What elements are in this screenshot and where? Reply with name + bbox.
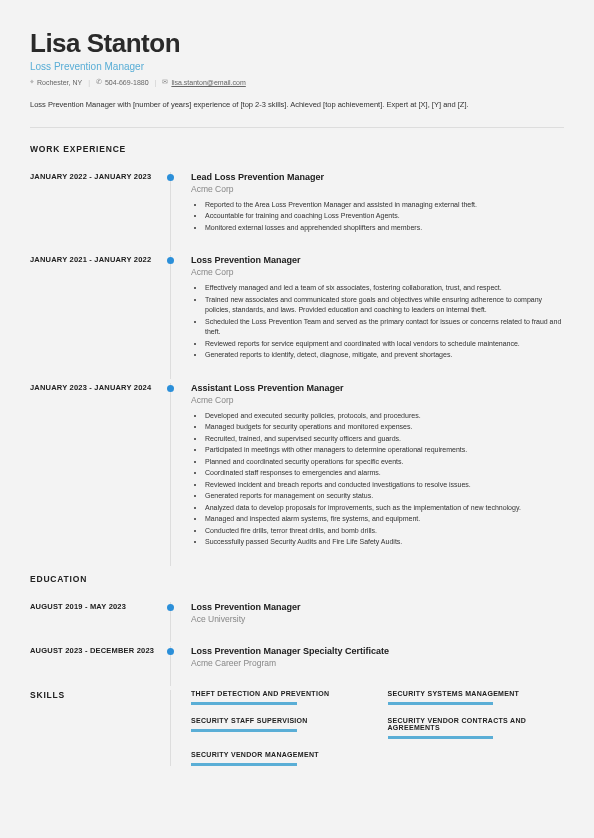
job-entry: Lead Loss Prevention Manager Acme Corp R…: [191, 172, 564, 234]
skill-item: SECURITY SYSTEMS MANAGEMENT: [388, 690, 565, 705]
job-bullets: Reported to the Area Loss Prevention Man…: [191, 200, 564, 234]
company-name: Acme Corp: [191, 395, 564, 405]
email-icon: ✉: [162, 78, 168, 86]
phone-icon: ✆: [96, 78, 102, 86]
bullet: Monitored external losses and apprehende…: [205, 223, 564, 234]
bullet: Coordinated staff responses to emergenci…: [205, 468, 564, 479]
date-range: AUGUST 2023 - DECEMBER 2023: [30, 646, 160, 655]
degree-title: Loss Prevention Manager Specialty Certif…: [191, 646, 564, 656]
position-title: Loss Prevention Manager: [191, 255, 564, 265]
bullet: Generated reports to identify, detect, d…: [205, 350, 564, 361]
school-name: Acme Career Program: [191, 658, 564, 668]
phone-text: 504-669-1880: [105, 79, 149, 86]
education-entry: Loss Prevention Manager Ace University: [191, 602, 564, 624]
location-text: Rochester, NY: [37, 79, 82, 86]
bullet: Planned and coordinated security operati…: [205, 457, 564, 468]
bullet: Analyzed data to develop proposals for i…: [205, 503, 564, 514]
bullet: Developed and executed security policies…: [205, 411, 564, 422]
company-name: Acme Corp: [191, 184, 564, 194]
position-title: Assistant Loss Prevention Manager: [191, 383, 564, 393]
skill-item: THEFT DETECTION AND PREVENTION: [191, 690, 368, 705]
education-entry: Loss Prevention Manager Specialty Certif…: [191, 646, 564, 668]
divider-line: [30, 127, 564, 128]
location: ⌖ Rochester, NY: [30, 78, 82, 86]
bullet: Effectively managed and led a team of si…: [205, 283, 564, 294]
bullet: Conducted fire drills, terror threat dri…: [205, 526, 564, 537]
separator: |: [155, 79, 157, 86]
skill-bar: [388, 736, 494, 739]
skill-bar: [388, 702, 494, 705]
email-link[interactable]: lisa.stanton@email.com: [171, 79, 245, 86]
bullet: Successfully passed Security Audits and …: [205, 537, 564, 548]
email: ✉ lisa.stanton@email.com: [162, 78, 245, 86]
bullet: Accountable for training and coaching Lo…: [205, 211, 564, 222]
contact-bar: ⌖ Rochester, NY | ✆ 504-669-1880 | ✉ lis…: [30, 78, 564, 86]
skill-name: SECURITY SYSTEMS MANAGEMENT: [388, 690, 565, 697]
skill-item: SECURITY VENDOR CONTRACTS AND AGREEMENTS: [388, 717, 565, 739]
date-range: AUGUST 2019 - MAY 2023: [30, 602, 160, 611]
bullet: Scheduled the Loss Prevention Team and s…: [205, 317, 564, 338]
skill-name: THEFT DETECTION AND PREVENTION: [191, 690, 368, 697]
skill-bar: [191, 729, 297, 732]
skill-name: SECURITY VENDOR CONTRACTS AND AGREEMENTS: [388, 717, 565, 731]
separator: |: [88, 79, 90, 86]
skill-item: SECURITY STAFF SUPERVISION: [191, 717, 368, 739]
position-title: Lead Loss Prevention Manager: [191, 172, 564, 182]
skill-bar: [191, 702, 297, 705]
date-range: JANUARY 2023 - JANUARY 2024: [30, 383, 160, 392]
skills-heading: SKILLS: [30, 690, 160, 700]
summary-text: Loss Prevention Manager with [number of …: [30, 100, 564, 111]
bullet: Managed and inspected alarm systems, fir…: [205, 514, 564, 525]
bullet: Managed budgets for security operations …: [205, 422, 564, 433]
skill-name: SECURITY VENDOR MANAGEMENT: [191, 751, 368, 758]
phone: ✆ 504-669-1880: [96, 78, 149, 86]
bullet: Reviewed incident and breach reports and…: [205, 480, 564, 491]
skill-name: SECURITY STAFF SUPERVISION: [191, 717, 368, 724]
work-experience-heading: WORK EXPERIENCE: [30, 144, 160, 154]
job-entry: Loss Prevention Manager Acme Corp Effect…: [191, 255, 564, 361]
job-bullets: Developed and executed security policies…: [191, 411, 564, 548]
resume-header: Lisa Stanton Loss Prevention Manager ⌖ R…: [30, 28, 564, 86]
bullet: Reviewed reports for service equipment a…: [205, 339, 564, 350]
bullet: Generated reports for management on secu…: [205, 491, 564, 502]
company-name: Acme Corp: [191, 267, 564, 277]
bullet: Trained new associates and communicated …: [205, 295, 564, 316]
bullet: Reported to the Area Loss Prevention Man…: [205, 200, 564, 211]
skill-bar: [191, 763, 297, 766]
job-bullets: Effectively managed and led a team of si…: [191, 283, 564, 361]
education-heading: EDUCATION: [30, 574, 160, 584]
job-entry: Assistant Loss Prevention Manager Acme C…: [191, 383, 564, 548]
skills-grid: THEFT DETECTION AND PREVENTION SECURITY …: [191, 690, 564, 766]
bullet: Participated in meetings with other mana…: [205, 445, 564, 456]
person-name: Lisa Stanton: [30, 28, 564, 59]
skill-item: SECURITY VENDOR MANAGEMENT: [191, 751, 368, 766]
school-name: Ace University: [191, 614, 564, 624]
date-range: JANUARY 2022 - JANUARY 2023: [30, 172, 160, 181]
bullet: Recruited, trained, and supervised secur…: [205, 434, 564, 445]
pin-icon: ⌖: [30, 78, 34, 86]
job-title: Loss Prevention Manager: [30, 61, 564, 72]
date-range: JANUARY 2021 - JANUARY 2022: [30, 255, 160, 264]
degree-title: Loss Prevention Manager: [191, 602, 564, 612]
